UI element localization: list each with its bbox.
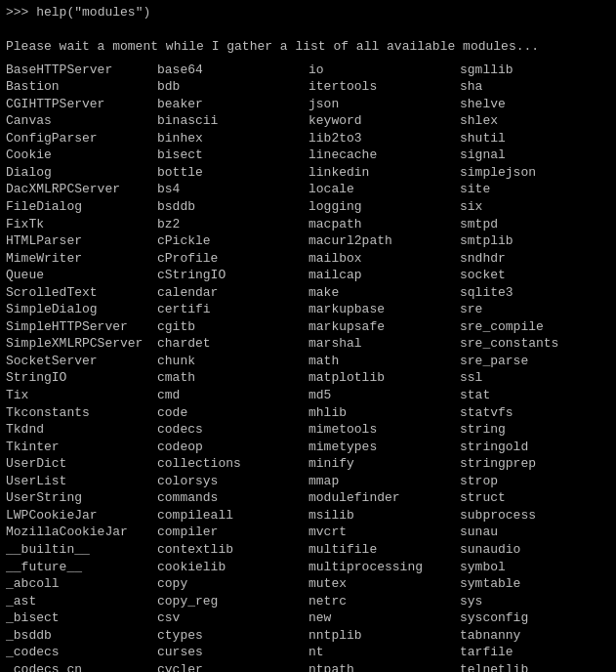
- module-item: FileDialog: [6, 198, 157, 216]
- module-item: smtpd: [460, 216, 611, 233]
- module-item: smtplib: [460, 232, 611, 250]
- module-item: binascii: [157, 112, 308, 130]
- module-item: bsddb: [157, 198, 308, 216]
- module-item: minify: [308, 455, 460, 473]
- module-item: Queue: [6, 267, 157, 284]
- module-item: Cookie: [6, 147, 157, 164]
- module-item: symbol: [460, 559, 611, 576]
- module-item: cPickle: [157, 232, 308, 250]
- module-item: code: [157, 404, 308, 422]
- module-item: mailbox: [308, 250, 460, 268]
- module-item: _abcoll: [6, 575, 157, 593]
- module-item: sre_compile: [460, 318, 611, 336]
- module-item: sysconfig: [460, 609, 611, 627]
- module-item: FixTk: [6, 216, 157, 233]
- module-item: mimetools: [308, 421, 460, 439]
- module-item: json: [308, 96, 460, 113]
- module-item: SimpleHTTPServer: [6, 318, 157, 336]
- module-item: strop: [460, 473, 611, 490]
- module-item: LWPCookieJar: [6, 507, 157, 525]
- module-item: symtable: [460, 575, 611, 593]
- module-item: _codecs: [6, 644, 157, 661]
- module-item: Canvas: [6, 112, 157, 130]
- module-item: ConfigParser: [6, 130, 157, 147]
- module-item: codeop: [157, 439, 308, 456]
- module-item: bz2: [157, 216, 308, 233]
- module-item: mhlib: [308, 404, 460, 422]
- module-item: mmap: [308, 473, 460, 490]
- module-item: statvfs: [460, 404, 611, 422]
- module-item: sre: [460, 301, 611, 318]
- module-item: UserDict: [6, 455, 157, 473]
- module-item: shutil: [460, 130, 611, 147]
- module-item: sha: [460, 78, 611, 96]
- module-item: copy_reg: [157, 593, 308, 610]
- module-item: bs4: [157, 181, 308, 198]
- module-item: HTMLParser: [6, 232, 157, 250]
- module-item: linkedin: [308, 164, 460, 182]
- module-item: io: [308, 62, 460, 79]
- module-item: base64: [157, 62, 308, 79]
- module-item: codecs: [157, 421, 308, 439]
- module-item: cookielib: [157, 559, 308, 576]
- module-item: sqlite3: [460, 284, 611, 302]
- module-item: Tix: [6, 387, 157, 404]
- modules-grid: BaseHTTPServerbase64iosgmllibBastionbdbi…: [6, 62, 610, 672]
- module-item: make: [308, 284, 460, 302]
- module-item: tarfile: [460, 644, 611, 661]
- module-item: __future__: [6, 559, 157, 576]
- module-item: site: [460, 181, 611, 198]
- module-item: multifile: [308, 541, 460, 559]
- module-item: Tkinter: [6, 439, 157, 456]
- module-item: sndhdr: [460, 250, 611, 268]
- module-item: UserList: [6, 473, 157, 490]
- module-item: modulefinder: [308, 489, 460, 507]
- module-item: nt: [308, 644, 460, 661]
- module-item: itertools: [308, 78, 460, 96]
- module-item: keyword: [308, 112, 460, 130]
- module-item: netrc: [308, 593, 460, 610]
- module-item: struct: [460, 489, 611, 507]
- module-item: curses: [157, 644, 308, 661]
- module-item: sys: [460, 593, 611, 610]
- module-item: socket: [460, 267, 611, 284]
- module-item: mailcap: [308, 267, 460, 284]
- module-item: ctypes: [157, 627, 308, 645]
- module-item: tabnanny: [460, 627, 611, 645]
- module-item: ScrolledText: [6, 284, 157, 302]
- module-item: cmd: [157, 387, 308, 404]
- module-item: cmath: [157, 369, 308, 387]
- module-item: _codecs_cn: [6, 661, 157, 672]
- wait-message: Please wait a moment while I gather a li…: [6, 21, 610, 56]
- module-item: compileall: [157, 507, 308, 525]
- module-item: compiler: [157, 524, 308, 541]
- module-item: stringprep: [460, 455, 611, 473]
- module-item: contextlib: [157, 541, 308, 559]
- module-item: certifi: [157, 301, 308, 318]
- module-item: lib2to3: [308, 130, 460, 147]
- module-item: nntplib: [308, 627, 460, 645]
- module-item: math: [308, 353, 460, 370]
- module-item: multiprocessing: [308, 559, 460, 576]
- command-text: help("modules"): [36, 5, 150, 20]
- module-item: cStringIO: [157, 267, 308, 284]
- module-item: marshal: [308, 335, 460, 353]
- module-item: matplotlib: [308, 369, 460, 387]
- module-item: linecache: [308, 147, 460, 164]
- module-item: subprocess: [460, 507, 611, 525]
- module-item: telnetlib: [460, 661, 611, 672]
- module-item: Tkconstants: [6, 404, 157, 422]
- module-item: bisect: [157, 147, 308, 164]
- module-item: macurl2path: [308, 232, 460, 250]
- module-item: stringold: [460, 439, 611, 456]
- module-item: shelve: [460, 96, 611, 113]
- module-item: markupsafe: [308, 318, 460, 336]
- module-item: mimetypes: [308, 439, 460, 456]
- module-item: chunk: [157, 353, 308, 370]
- module-item: sgmllib: [460, 62, 611, 79]
- module-item: md5: [308, 387, 460, 404]
- module-item: bottle: [157, 164, 308, 182]
- module-item: markupbase: [308, 301, 460, 318]
- module-item: simplejson: [460, 164, 611, 182]
- module-item: sunaudio: [460, 541, 611, 559]
